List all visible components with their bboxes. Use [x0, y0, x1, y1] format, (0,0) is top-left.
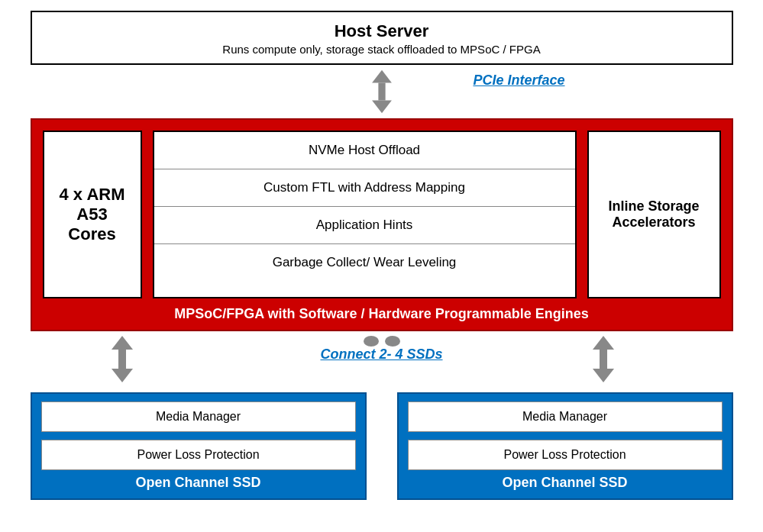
host-server-subtitle: Runs compute only, storage stack offload…: [40, 43, 724, 56]
svg-marker-6: [593, 336, 614, 350]
isa-label: Inline Storage Accelerators: [608, 198, 699, 231]
isa-box: Inline Storage Accelerators: [587, 131, 721, 298]
svg-rect-4: [118, 350, 126, 369]
diagram: Host Server Runs compute only, storage s…: [15, 11, 748, 522]
pcie-zone: PCIe Interface: [31, 65, 733, 118]
svg-marker-5: [112, 369, 133, 382]
ssd-left-title: Open Channel SSD: [32, 475, 365, 491]
arm-cores-box: 4 x ARM A53 Cores: [43, 131, 142, 298]
stack-row-nvme: NVMe Host Offload: [154, 132, 575, 169]
host-server-box: Host Server Runs compute only, storage s…: [31, 11, 733, 65]
ssd-row: Media Manager Power Loss Protection Open…: [31, 392, 733, 500]
svg-rect-7: [600, 350, 607, 369]
ssd-arrow-zone: Connect 2- 4 SSDs: [31, 331, 733, 392]
svg-marker-0: [372, 69, 392, 82]
host-server-title: Host Server: [40, 21, 724, 41]
svg-marker-3: [112, 336, 133, 350]
stack-row-gc: Garbage Collect/ Wear Leveling: [154, 244, 575, 281]
middle-stack: NVMe Host Offload Custom FTL with Addres…: [153, 131, 577, 298]
pcie-label: PCIe Interface: [473, 73, 564, 89]
ssd-right-title: Open Channel SSD: [399, 475, 732, 491]
mpsoc-label: MPSoC/FPGA with Software / Hardware Prog…: [43, 306, 721, 322]
stack-row-hints: Application Hints: [154, 207, 575, 244]
ssd-box-right: Media Manager Power Loss Protection Open…: [397, 392, 733, 500]
mpsoc-inner: 4 x ARM A53 Cores NVMe Host Offload Cust…: [43, 131, 721, 298]
ssd-arrow-right: [588, 334, 619, 387]
svg-rect-1: [378, 82, 385, 100]
svg-marker-8: [593, 369, 614, 382]
ssd-right-media-manager: Media Manager: [408, 401, 723, 432]
pcie-arrow: [367, 69, 397, 114]
ssd-left-media-manager: Media Manager: [41, 401, 356, 432]
mpsoc-box: 4 x ARM A53 Cores NVMe Host Offload Cust…: [31, 118, 733, 331]
svg-marker-2: [372, 100, 392, 113]
ssd-right-power-loss: Power Loss Protection: [408, 440, 723, 470]
arm-cores-label: 4 x ARM A53 Cores: [52, 185, 133, 244]
connect-label: Connect 2- 4 SSDs: [320, 347, 442, 363]
dots-decoration: [364, 336, 400, 347]
dot-2: [385, 336, 400, 347]
stack-row-ftl: Custom FTL with Address Mapping: [154, 169, 575, 207]
ssd-arrow-left: [107, 334, 137, 387]
ssd-box-left: Media Manager Power Loss Protection Open…: [31, 392, 367, 500]
dot-1: [364, 336, 379, 347]
ssd-left-power-loss: Power Loss Protection: [41, 440, 356, 470]
